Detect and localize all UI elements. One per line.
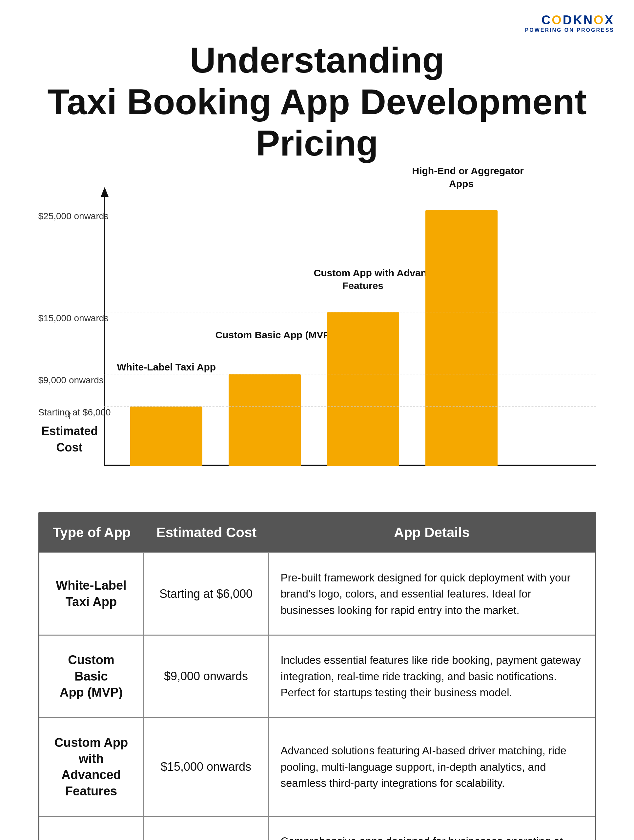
cell-app-name: Custom BasicApp (MVP) xyxy=(39,636,144,717)
y-axis-label: $25,000 onwards xyxy=(38,211,103,221)
bar-custom-basic xyxy=(229,374,301,466)
logo-text: CODKNOX xyxy=(541,13,614,27)
y-axis xyxy=(104,197,105,466)
logo-area: CODKNOX POWERING ON PROGRESS xyxy=(525,13,614,33)
th-cost: Estimated Cost xyxy=(144,513,269,552)
gridline xyxy=(104,374,596,374)
gridline xyxy=(104,406,596,407)
cell-details: Advanced solutions featuring AI-based dr… xyxy=(269,718,595,816)
bar-label-custom-advanced: Custom App with AdvancedFeatures xyxy=(314,267,412,292)
bars-area: White-Label Taxi AppCustom Basic App (MV… xyxy=(104,197,596,466)
table-header: Type of App Estimated Cost App Details xyxy=(39,513,595,552)
bar-group-white-label: White-Label Taxi App xyxy=(130,407,202,466)
y-axis-label: $9,000 onwards xyxy=(38,375,103,385)
table-body: White-LabelTaxi AppStarting at $6,000Pre… xyxy=(39,552,595,840)
table-row: Custom Appwith AdvancedFeatures$15,000 o… xyxy=(39,717,595,816)
bar-white-label xyxy=(130,407,202,466)
logo-tagline: POWERING ON PROGRESS xyxy=(525,27,614,33)
cell-cost: $9,000 onwards xyxy=(144,636,269,717)
chart-inner: Starting at $6,000$9,000 onwards$15,000 … xyxy=(38,197,596,466)
cell-details: Includes essential features like ride bo… xyxy=(269,636,595,717)
chart-container: Starting at $6,000$9,000 onwards$15,000 … xyxy=(38,184,596,492)
cell-app-name: Custom Appwith AdvancedFeatures xyxy=(39,718,144,816)
cell-app-name: White-LabelTaxi App xyxy=(39,553,144,635)
title-heading: Understanding Taxi Booking App Developme… xyxy=(0,39,634,164)
cell-cost: Starting at $6,000 xyxy=(144,553,269,635)
th-type: Type of App xyxy=(39,513,144,552)
bar-label-white-label: White-Label Taxi App xyxy=(117,361,216,373)
bar-custom-advanced xyxy=(327,313,399,466)
bar-label-custom-basic: Custom Basic App (MVP) xyxy=(216,328,314,341)
pricing-table: Type of App Estimated Cost App Details W… xyxy=(38,512,596,840)
y-axis-arrow xyxy=(101,187,109,197)
gridline xyxy=(104,210,596,210)
cell-cost: $15,000 onwards xyxy=(144,718,269,816)
th-details: App Details xyxy=(269,513,595,552)
table-row: White-LabelTaxi AppStarting at $6,000Pre… xyxy=(39,552,595,635)
cell-details: Pre-built framework designed for quick d… xyxy=(269,553,595,635)
table-row: High-End orAggregator Apps$25,000 onward… xyxy=(39,816,595,840)
y-axis-label: $15,000 onwards xyxy=(38,313,103,324)
gridline xyxy=(104,312,596,313)
bar-group-custom-advanced: Custom App with AdvancedFeatures xyxy=(327,313,399,466)
bar-high-end xyxy=(426,210,498,466)
cell-details: Comprehensive apps designed for business… xyxy=(269,817,595,840)
cell-app-name: High-End orAggregator Apps xyxy=(39,817,144,840)
bar-label-high-end: High-End or AggregatorApps xyxy=(412,164,511,190)
table-row: Custom BasicApp (MVP)$9,000 onwardsInclu… xyxy=(39,635,595,717)
bar-group-custom-basic: Custom Basic App (MVP) xyxy=(229,374,301,466)
bar-group-high-end: High-End or AggregatorApps xyxy=(426,210,498,466)
cell-cost: $25,000 onwards xyxy=(144,817,269,840)
y-axis-title: ↑EstimatedCost xyxy=(42,406,98,456)
